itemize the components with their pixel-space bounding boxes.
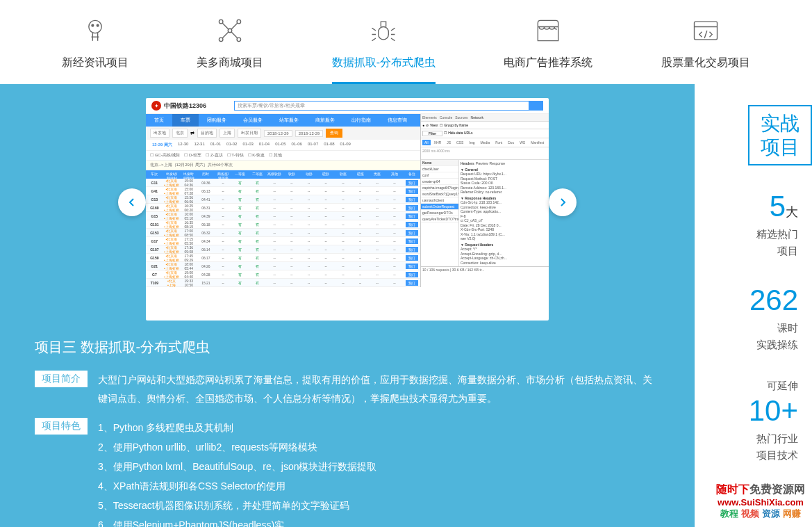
search-box: 搜索车票/餐饮/常旅客/相关规章: [234, 101, 529, 111]
tab-label: 数据抓取-分布式爬虫: [332, 56, 436, 70]
feature-item: 3、使用Python lxml、BeautifulSoup、re、json模块进…: [98, 457, 376, 476]
railway-logo-icon: ✦: [151, 101, 161, 111]
brain-icon: [78, 14, 112, 47]
project-screenshot: ✦ 中国铁路12306 搜索车票/餐饮/常旅客/相关规章 首页车票团购服务会员服…: [146, 98, 549, 321]
tab-label: 股票量化交易项目: [661, 56, 750, 70]
date-selector: 12-29 周六12-3012-3101-0101-0201-0301-0401…: [146, 140, 420, 151]
project-tabs: 新经资讯项目 美多商城项目 数据抓取-分布式爬虫 电商广告推荐系统 股票量化交易…: [0, 0, 812, 84]
intro-label: 项目简介: [35, 371, 88, 387]
site-title: 中国铁路12306: [164, 102, 206, 111]
stat-block: 262课时实践操练: [694, 284, 812, 353]
chevron-right-icon: [557, 197, 568, 208]
project-feature-row: 项目特色 1、Python 多线程爬虫及其机制2、使用Python urllib…: [35, 418, 660, 527]
tab-label: 新经资讯项目: [62, 56, 129, 70]
tab-stock[interactable]: 股票量化交易项目: [661, 14, 750, 84]
main-panel: ✦ 中国铁路12306 搜索车票/餐饮/常旅客/相关规章 首页车票团购服务会员服…: [0, 84, 695, 527]
svg-rect-8: [379, 27, 389, 40]
feature-item: 2、使用Python urllib、urllib2、requests等网络模块: [98, 437, 376, 457]
carousel-prev-button[interactable]: [118, 188, 146, 216]
watermark: 随时下免费资源网 www.SuiShiXia.com 教程视频资源网赚: [716, 483, 805, 520]
tab-label: 电商广告推荐系统: [504, 56, 593, 70]
train-type-options: ☐ GC-高铁/城际☐ D-动车☐ Z-直达☐ T-特快☐ K-快速☐ 其他: [146, 151, 420, 161]
shop-icon: [531, 14, 565, 47]
intro-text: 大型门户网站和大型婚恋网站积累了海量信息，提取有用的价值，应用于数据挖掘、海量数…: [98, 371, 660, 407]
project-intro-row: 项目简介 大型门户网站和大型婚恋网站积累了海量信息，提取有用的价值，应用于数据挖…: [35, 371, 660, 407]
content-area: ✦ 中国铁路12306 搜索车票/餐饮/常旅客/相关规章 首页车票团购服务会员服…: [0, 84, 812, 527]
devtools-panel: ElementsConsoleSourcesNetwork ●⊘View:☐Gr…: [420, 114, 549, 287]
svg-rect-9: [694, 22, 717, 40]
feature-list: 1、Python 多线程爬虫及其机制2、使用Python urllib、urll…: [98, 418, 376, 527]
tab-label: 美多商城项目: [197, 56, 263, 70]
tab-crawler[interactable]: 数据抓取-分布式爬虫: [332, 14, 436, 84]
tab-news[interactable]: 新经资讯项目: [62, 14, 129, 84]
filter-bar: 出发地 北京 ⇄ 目的地 上海 出发日期 2018-12-29 2018-12-…: [146, 127, 420, 140]
stat-block: 5大精选热门项目: [694, 190, 812, 259]
svg-point-0: [89, 20, 101, 33]
carousel: ✦ 中国铁路12306 搜索车票/餐饮/常旅客/相关规章 首页车票团购服务会员服…: [35, 98, 660, 321]
stats-sidebar: 实战项目 5大精选热门项目262课时实践操练可延伸10+热门行业项目技术: [694, 84, 812, 464]
code-icon: [689, 14, 722, 47]
feature-label: 项目特色: [35, 418, 88, 435]
train-list: G11▪北京南▪上海虹桥15:0004:3604:36--有有---------…: [146, 179, 420, 287]
feature-item: 1、Python 多线程爬虫及其机制: [98, 418, 376, 437]
feature-item: 6、使用Selenium+PhantomJS(headless)实: [98, 515, 376, 527]
feature-item: 4、XPath语法规则和各CSS Selector的使用: [98, 476, 376, 496]
svg-point-2: [97, 24, 99, 26]
project-title: 项目三 数据抓取-分布式爬虫: [35, 338, 660, 357]
bug-icon: [367, 14, 400, 47]
practice-badge: 实战项目: [748, 105, 812, 165]
search-button: [529, 101, 543, 111]
tab-mall[interactable]: 美多商城项目: [197, 14, 263, 84]
chevron-left-icon: [126, 197, 138, 208]
carousel-next-button[interactable]: [549, 188, 577, 216]
svg-point-1: [92, 24, 94, 26]
tab-ecommerce[interactable]: 电商广告推荐系统: [504, 14, 593, 84]
stat-block: 可延伸10+热门行业项目技术: [694, 378, 812, 464]
network-icon: [213, 14, 247, 47]
feature-item: 5、Tesseract机器图像识别系统，并处理简单的文字验证码: [98, 496, 376, 515]
nav-tabs: 首页车票团购服务会员服务站车服务商旅服务出行指南信息查询: [146, 114, 420, 127]
